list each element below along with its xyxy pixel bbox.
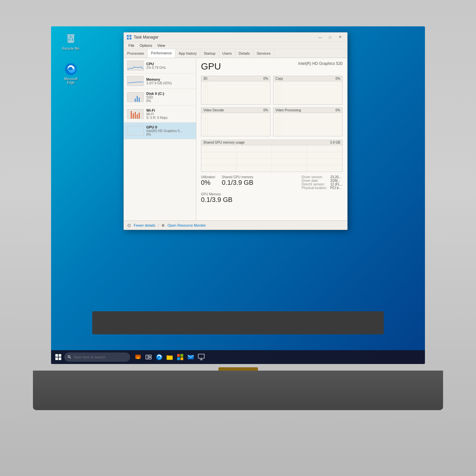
svg-point-56 <box>68 356 70 358</box>
svg-rect-19 <box>137 114 138 119</box>
shared-gpu-header: Shared GPU memory usage 3.9 GB <box>201 140 342 145</box>
menu-file[interactable]: File <box>126 43 136 48</box>
driver-version-label: Driver version: <box>301 175 327 179</box>
svg-rect-14 <box>135 98 136 102</box>
sidebar-item-disk[interactable]: Disk 0 (C:) SSD 0% <box>124 89 196 106</box>
utilization-value: 0% <box>201 179 215 186</box>
gpu-graph-copy-header: Copy 0% <box>273 76 342 81</box>
svg-rect-7 <box>129 35 131 37</box>
memory-name: Memory <box>146 77 193 81</box>
menu-view[interactable]: View <box>155 43 167 48</box>
svg-rect-54 <box>55 357 58 360</box>
disk-info: Disk 0 (C:) SSD 0% <box>146 92 193 103</box>
gpu-vp-label: Video Processing <box>275 108 301 112</box>
taskbar-file-explorer-icon[interactable] <box>166 353 174 361</box>
search-input[interactable] <box>73 355 120 359</box>
physical-location-label: Physical location: <box>301 186 327 190</box>
svg-rect-6 <box>127 35 129 37</box>
cpu-mini-graph <box>127 61 144 70</box>
gpu-graph-3d-header: 3D 0% <box>201 76 270 81</box>
menu-options[interactable]: Options <box>138 43 154 48</box>
svg-rect-18 <box>135 112 136 119</box>
sidebar-item-wifi[interactable]: Wi-Fi Wi-Fi S: 0 R: 0 Kbps <box>124 106 196 123</box>
tab-processes[interactable]: Processes <box>124 49 148 57</box>
tab-app-history[interactable]: App history <box>175 49 200 57</box>
maximize-button[interactable]: □ <box>325 34 335 41</box>
minimize-button[interactable]: — <box>316 34 325 41</box>
gpu-graph-vd-header: Video Decode 0% <box>201 108 270 113</box>
tab-details[interactable]: Details <box>236 49 254 57</box>
taskbar-icons <box>134 353 205 361</box>
edge-icon <box>64 63 77 76</box>
svg-rect-67 <box>181 354 183 357</box>
svg-rect-53 <box>59 354 61 357</box>
taskbar-fireplace-icon[interactable] <box>134 353 142 361</box>
search-icon <box>68 355 71 359</box>
svg-rect-13 <box>139 98 140 102</box>
tab-performance[interactable]: Performance <box>148 49 175 58</box>
gpu0-name: GPU 0 <box>146 125 193 129</box>
taskbar-edge-icon[interactable] <box>155 353 163 361</box>
gpu-model: Intel(R) HD Graphics 520 <box>298 61 343 66</box>
fewer-details-icon: ⊙ <box>127 223 131 228</box>
fewer-details-button[interactable]: Fewer details <box>134 223 155 227</box>
gpu-header: GPU Intel(R) HD Graphics 520 <box>201 61 343 72</box>
wifi-info: Wi-Fi Wi-Fi S: 0 R: 0 Kbps <box>146 108 193 120</box>
wifi-mini-graph <box>127 109 144 119</box>
sidebar-item-memory[interactable]: Memory 3.3/7.9 GB (42%) <box>124 73 196 89</box>
menu-bar: File Options View <box>124 42 347 49</box>
desktop-icon-edge[interactable]: MicrosoftEdge <box>59 63 82 84</box>
left-panel: CPU 1% 0.79 GHz <box>124 58 196 220</box>
content-area: CPU 1% 0.79 GHz <box>124 58 347 220</box>
svg-rect-65 <box>167 355 173 360</box>
svg-rect-52 <box>55 354 58 357</box>
gpu-graphs-grid: 3D 0% <box>201 76 343 136</box>
svg-rect-71 <box>198 354 204 358</box>
gpu-graph-copy: Copy 0% <box>273 76 343 105</box>
directx-value: 12 (FL... <box>330 182 343 186</box>
close-button[interactable]: ✕ <box>335 34 345 41</box>
gpu0-detail2: 0% <box>146 133 193 136</box>
sidebar-item-cpu[interactable]: CPU 1% 0.79 GHz <box>124 58 196 73</box>
bottom-bar: ⊙ Fewer details / ⊕ Open Resource Monito… <box>124 220 347 230</box>
svg-rect-66 <box>177 354 180 357</box>
gpu-vp-percent: 0% <box>336 108 340 112</box>
driver-date-label: Driver date: <box>301 179 327 182</box>
svg-rect-10 <box>127 76 144 86</box>
sidebar-item-gpu0[interactable]: GPU 0 Intel(R) HD Graphics 5... 0% <box>124 123 196 139</box>
taskbar-network-icon[interactable] <box>197 353 205 361</box>
gpu-memory-value: 0.1/3.9 GB <box>201 196 343 204</box>
svg-rect-63 <box>149 357 151 359</box>
disk-detail2: 0% <box>146 99 193 103</box>
gpu0-info: GPU 0 Intel(R) HD Graphics 5... 0% <box>146 125 193 136</box>
shared-gpu-value: 3.9 GB <box>330 141 340 144</box>
shared-gpu-mem-value: 0.1/3.9 GB <box>222 179 253 186</box>
desktop-icon-recycle-bin[interactable]: Recycle Bin <box>59 32 82 50</box>
taskbar-mail-icon[interactable] <box>187 353 195 361</box>
stats-section: Utilization 0% Shared GPU memory 0.1/3.9… <box>201 175 343 190</box>
svg-rect-16 <box>131 111 132 119</box>
gpu0-detail1: Intel(R) HD Graphics 5... <box>146 129 193 133</box>
tab-startup[interactable]: Startup <box>200 49 219 57</box>
memory-mini-graph <box>127 76 144 86</box>
taskbar-task-view-icon[interactable] <box>145 353 153 361</box>
gpu-vd-label: Video Decode <box>203 108 224 112</box>
gpu-vd-body <box>201 113 270 136</box>
taskbar-search-bar[interactable] <box>64 352 130 362</box>
tab-users[interactable]: Users <box>219 49 236 57</box>
shared-gpu-label: Shared GPU memory usage <box>203 141 245 144</box>
svg-rect-55 <box>59 357 61 360</box>
svg-rect-9 <box>129 38 131 40</box>
start-button[interactable] <box>54 352 63 362</box>
driver-info-block: Driver version: 23.20... Driver date: 2/… <box>301 175 343 190</box>
gpu-vp-body <box>273 113 342 136</box>
window-title: Task Manager <box>134 35 316 40</box>
right-panel: GPU Intel(R) HD Graphics 520 3D 0% <box>196 58 347 220</box>
open-resource-monitor-button[interactable]: Open Resource Monitor <box>167 223 206 227</box>
tab-services[interactable]: Services <box>253 49 274 57</box>
taskbar-store-icon[interactable] <box>176 353 184 361</box>
wifi-detail2: S: 0 R: 0 Kbps <box>146 116 193 120</box>
gpu-copy-percent: 0% <box>336 77 340 80</box>
svg-rect-70 <box>188 355 194 359</box>
utilization-label: Utilization <box>201 175 215 179</box>
